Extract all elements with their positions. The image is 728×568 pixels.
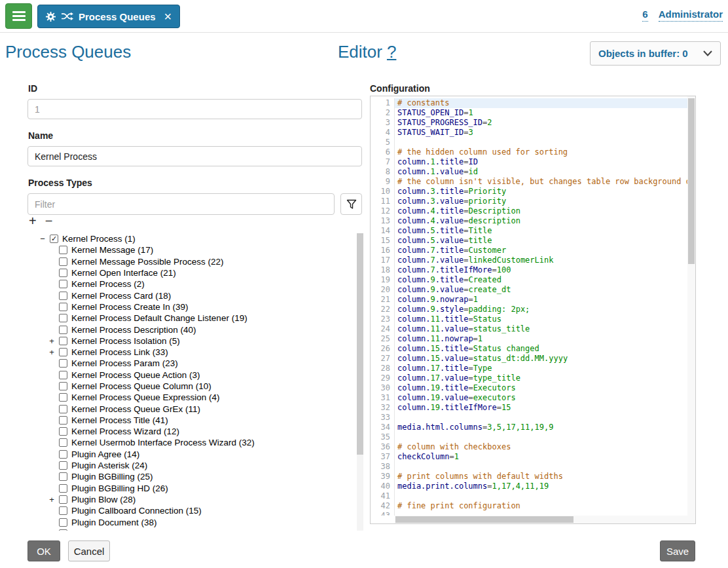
main-menu-button[interactable] <box>5 3 32 29</box>
code-line[interactable]: 16column.7.title=Customer <box>371 246 687 256</box>
filter-button[interactable] <box>340 193 362 215</box>
code-text[interactable]: column.4.title=Description <box>395 206 687 216</box>
tree-item-label[interactable]: Plugin BGBilling (25) <box>71 472 153 482</box>
tree-item-label[interactable]: Kernel Process Param (23) <box>71 358 178 368</box>
checkbox[interactable] <box>59 438 67 447</box>
tree-item[interactable]: Kernel Process Create In (39) <box>27 301 355 312</box>
code-line[interactable]: 9# the column isn't visible, but changes… <box>371 177 687 187</box>
name-field[interactable] <box>27 146 362 166</box>
code-line[interactable]: 36# column with checkboxes <box>371 442 687 452</box>
tree-item[interactable]: Kernel Usermob Interface Process Wizard … <box>27 437 355 448</box>
code-text[interactable] <box>395 462 687 472</box>
tree-toggle-icon[interactable]: + <box>47 347 56 357</box>
tree-item-label[interactable]: Kernel Process Isolation (5) <box>71 336 180 346</box>
tree-item[interactable]: Kernel Process Queue GrEx (11) <box>27 403 355 414</box>
tree-item[interactable]: Plugin BGBilling HD (26) <box>27 483 355 494</box>
code-line[interactable]: 28column.17.title=Type <box>371 364 687 373</box>
tree-item[interactable]: +Plugin Blow (28) <box>27 494 355 505</box>
code-line[interactable]: 29column.17.value=type_title <box>371 373 687 383</box>
user-name-link[interactable]: Administrator <box>659 9 723 22</box>
checkbox[interactable] <box>59 292 67 300</box>
code-line[interactable]: 2STATUS_OPEN_ID=1 <box>371 108 687 118</box>
code-line[interactable]: 43 <box>371 511 687 516</box>
tab-close-icon[interactable]: × <box>164 11 172 22</box>
cancel-button[interactable]: Cancel <box>68 540 110 561</box>
configuration-editor[interactable]: 1# constants2STATUS_OPEN_ID=13STATUS_PRO… <box>370 96 696 524</box>
tree-item-label[interactable]: Plugin Email (31) <box>71 529 139 531</box>
save-button[interactable]: Save <box>660 540 695 561</box>
code-text[interactable]: # the hidden column used for sorting <box>395 147 687 157</box>
code-text[interactable]: column.11.value=status_title <box>395 324 687 334</box>
code-area[interactable]: 1# constants2STATUS_OPEN_ID=13STATUS_PRO… <box>371 96 687 516</box>
scrollbar-thumb[interactable] <box>357 233 363 455</box>
tree-item-label[interactable]: Plugin Agree (14) <box>71 449 139 459</box>
code-text[interactable]: column.5.title=Title <box>395 226 687 236</box>
tree-toggle-icon[interactable]: − <box>38 234 47 244</box>
tree-item-label[interactable]: Kernel Process Queue Expression (4) <box>71 392 220 402</box>
code-line[interactable]: 19column.9.title=Created <box>371 275 687 285</box>
code-line[interactable]: 21column.9.nowrap=1 <box>371 295 687 305</box>
tree-item-label[interactable]: Kernel Process Card (18) <box>71 291 171 301</box>
code-text[interactable]: column.5.value=title <box>395 236 687 246</box>
code-text[interactable]: STATUS_WAIT_ID=3 <box>395 128 687 138</box>
code-line[interactable]: 24column.11.value=status_title <box>371 324 687 334</box>
checkbox[interactable] <box>59 303 67 311</box>
code-line[interactable]: 1# constants <box>371 98 687 108</box>
tree-item-label[interactable]: Kernel Message Possible Process (22) <box>71 257 224 267</box>
expand-all-button[interactable]: + <box>29 214 37 227</box>
code-text[interactable]: column.3.title=Priority <box>395 187 687 197</box>
code-text[interactable]: column.17.title=Type <box>395 364 687 373</box>
tree-item[interactable]: Kernel Process (2) <box>27 278 355 290</box>
tree-item[interactable]: Plugin Callboard Connection (15) <box>27 505 355 516</box>
code-text[interactable]: # the column isn't visible, but changes … <box>395 177 687 187</box>
checkbox[interactable] <box>59 371 67 379</box>
tree-item-label[interactable]: Kernel Process Default Change Listener (… <box>71 313 247 323</box>
tree-item-label[interactable]: Kernel Process Queue Column (10) <box>71 381 211 391</box>
tree-item[interactable]: Kernel Process Queue Column (10) <box>27 381 355 392</box>
tree-item-label[interactable]: Kernel Message (17) <box>71 245 153 255</box>
checkbox[interactable] <box>59 529 67 531</box>
code-text[interactable]: column.19.titleIfMore=15 <box>395 403 687 413</box>
code-text[interactable]: column.7.value=linkedCustomerLink <box>395 256 687 265</box>
checkbox[interactable] <box>59 337 67 345</box>
tree-item[interactable]: Kernel Message Possible Process (22) <box>27 256 355 267</box>
code-line[interactable]: 10column.3.title=Priority <box>371 187 687 197</box>
code-text[interactable]: column.19.value=executors <box>395 393 687 403</box>
checkbox[interactable] <box>59 461 67 470</box>
editor-horizontal-scrollbar[interactable] <box>395 516 687 523</box>
code-text[interactable]: column.19.title=Executors <box>395 383 687 393</box>
code-text[interactable] <box>395 511 687 516</box>
tree-item[interactable]: Kernel Process Description (40) <box>27 324 355 335</box>
checkbox[interactable] <box>59 405 67 413</box>
tree-item-label[interactable]: Kernel Process Title (41) <box>71 415 168 425</box>
checkbox[interactable] <box>59 416 67 425</box>
code-line[interactable]: 6# the hidden column used for sorting <box>371 147 687 157</box>
code-line[interactable]: 11column.3.value=priority <box>371 197 687 206</box>
objects-in-buffer-dropdown[interactable]: Objects in buffer: 0 <box>590 41 721 66</box>
code-line[interactable]: 20column.9.value=create_dt <box>371 285 687 295</box>
code-line[interactable]: 39# print columns with default widths <box>371 472 687 482</box>
tree-item[interactable]: +Kernel Process Link (33) <box>27 347 355 358</box>
tree-item-label[interactable]: Kernel Process (2) <box>71 279 145 289</box>
code-line[interactable]: 15column.5.value=title <box>371 236 687 246</box>
tree-item[interactable]: Plugin Email (31) <box>27 528 355 531</box>
code-text[interactable]: # column with checkboxes <box>395 442 687 452</box>
code-line[interactable]: 3STATUS_PROGRESS_ID=2 <box>371 118 687 128</box>
code-line[interactable]: 27column.15.value=status_dt:dd.MM.yyyy <box>371 354 687 364</box>
tree-item-label[interactable]: Kernel Process Link (33) <box>71 347 168 357</box>
id-field[interactable] <box>27 99 362 119</box>
code-line[interactable]: 17column.7.value=linkedCustomerLink <box>371 256 687 265</box>
tree-item-label[interactable]: Kernel Process Description (40) <box>71 325 196 335</box>
tree-item-label[interactable]: Plugin Asterisk (24) <box>71 461 147 470</box>
checkbox[interactable]: ✓ <box>50 235 58 243</box>
tree-item[interactable]: Kernel Process Queue Action (3) <box>27 369 355 381</box>
checkbox[interactable] <box>59 269 67 277</box>
code-text[interactable]: STATUS_PROGRESS_ID=2 <box>395 118 687 128</box>
tree-item[interactable]: Kernel Process Title (41) <box>27 415 355 426</box>
code-line[interactable]: 22column.9.style=padding: 2px; <box>371 305 687 314</box>
checkbox[interactable] <box>59 450 67 459</box>
code-text[interactable]: column.9.nowrap=1 <box>395 295 687 305</box>
scrollbar-thumb[interactable] <box>395 516 573 523</box>
checkbox[interactable] <box>59 495 67 504</box>
code-line[interactable]: 14column.5.title=Title <box>371 226 687 236</box>
